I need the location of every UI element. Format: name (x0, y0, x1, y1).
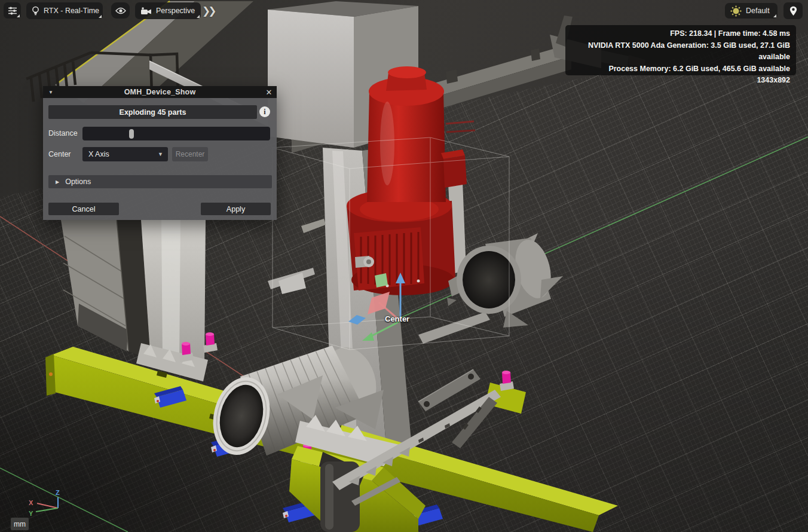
stats-fps-line: FPS: 218.34 | Frame time: 4.58 ms (571, 28, 790, 40)
renderer-selector-button[interactable]: RTX - Real-Time (26, 2, 103, 19)
close-icon[interactable]: ✕ (261, 88, 277, 97)
center-label: Center (48, 150, 71, 158)
camera-icon (140, 7, 152, 15)
distance-slider-handle[interactable] (129, 129, 134, 139)
units-badge: mm (11, 518, 29, 530)
stats-memory-line: Process Memory: 6.2 GiB used, 465.6 GiB … (571, 63, 790, 75)
sun-icon (730, 5, 742, 17)
gizmo-center-label: Center (385, 314, 409, 323)
settings-sliders-icon (8, 7, 17, 15)
info-icon[interactable]: i (259, 106, 270, 117)
lighting-label: Default (746, 7, 770, 15)
collapse-triangle-icon[interactable]: ▼ (43, 90, 59, 95)
apply-button[interactable]: Apply (201, 203, 271, 215)
omniverse-viewport-window: Center RTX - Real-Time (0, 0, 808, 532)
axis-z-label: Z (56, 489, 60, 496)
center-axis-dropdown[interactable]: X Axis ▼ (82, 147, 168, 161)
recenter-button[interactable]: Recenter (172, 147, 208, 161)
lighting-selector-button[interactable]: Default (725, 3, 778, 19)
options-expander[interactable]: ▶ Options (48, 175, 272, 188)
expand-triangle-icon: ▶ (56, 179, 59, 185)
orientation-axis-triad: Z X Y (24, 487, 66, 520)
dialog-title: OMH_Device_Show (59, 88, 261, 96)
caret-down-icon: ▼ (158, 151, 163, 157)
stats-gpu-line: NVIDIA RTX 5000 Ada Generation: 3.5 GiB … (571, 40, 790, 63)
camera-label: Perspective (156, 7, 195, 15)
waypoint-button[interactable] (783, 2, 803, 19)
distance-slider[interactable] (82, 127, 270, 140)
visibility-button[interactable] (111, 2, 130, 19)
axis-y-label: Y (29, 510, 33, 517)
explode-status-bar: Exploding 45 parts (48, 105, 257, 119)
toolbar-expand-chevrons-icon[interactable]: ❯❯ (202, 5, 215, 17)
gizmo-plane-handle-green[interactable] (375, 273, 388, 288)
dialog-body: Exploding 45 parts i Distance Center X A… (43, 98, 277, 220)
eye-icon (115, 7, 126, 14)
viewport-settings-button[interactable] (4, 2, 21, 19)
cancel-button[interactable]: Cancel (48, 203, 119, 215)
dialog-header[interactable]: ▼ OMH_Device_Show ✕ (43, 86, 277, 98)
stats-resolution: 1343x892 (571, 75, 790, 87)
camera-selector-button[interactable]: Perspective (135, 2, 201, 19)
axis-x-label: X (29, 499, 33, 506)
distance-label: Distance (48, 129, 78, 137)
explode-dialog: ▼ OMH_Device_Show ✕ Exploding 45 parts i… (43, 86, 277, 220)
performance-stats-overlay: FPS: 218.34 | Frame time: 4.58 ms NVIDIA… (565, 25, 796, 75)
location-pin-icon (789, 6, 797, 16)
renderer-label: RTX - Real-Time (44, 7, 99, 15)
lightbulb-icon (32, 6, 39, 16)
center-axis-value: X Axis (88, 150, 158, 158)
options-label: Options (65, 178, 91, 186)
